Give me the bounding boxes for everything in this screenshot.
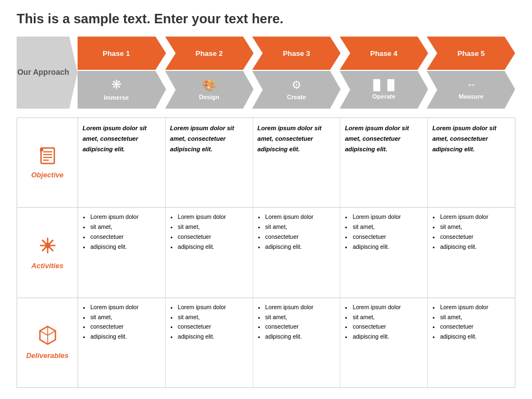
deliverables-icon — [39, 325, 57, 349]
deliverables-label: Deliverables — [26, 351, 69, 360]
objective-row: Objective Lorem ipsum dolor sit amet, co… — [17, 118, 515, 208]
phase-5-block: Phase 5 ↔ Measure — [427, 37, 515, 109]
phase-3-content: Phase 3 ⚙ Create — [252, 37, 341, 109]
objective-label: Objective — [31, 171, 64, 179]
deliverables-cell-2: Lorem ipsum dolor sit amet, consectetuer… — [166, 298, 253, 387]
phase-3-icon: ⚙ — [291, 78, 301, 91]
phase-3-block: Phase 3 ⚙ Create — [252, 37, 341, 109]
deliverables-row: Deliverables Lorem ipsum dolor sit amet,… — [17, 298, 515, 387]
approach-label: Our Approach — [17, 37, 78, 109]
phase-4-block: Phase 4 ▐▌▐▌ Operate — [340, 37, 428, 109]
objective-cell-3: Lorem ipsum dolor sit amet, consectetuer… — [253, 118, 341, 207]
objective-cell-1: Lorem ipsum dolor sit amet, consectetuer… — [78, 118, 166, 207]
approach-text: Our Approach — [17, 37, 78, 109]
phase-2-icon: 🎨 — [202, 78, 216, 91]
objective-cells: Lorem ipsum dolor sit amet, consectetuer… — [78, 118, 515, 207]
deliverables-cell-5: Lorem ipsum dolor sit amet, consectetuer… — [428, 298, 515, 387]
activities-cell-5: Lorem ipsum dolor sit amet, consectetuer… — [428, 208, 515, 297]
deliverables-row-header: Deliverables — [17, 298, 78, 387]
deliverables-cell-1: Lorem ipsum dolor sit amet, consectetuer… — [78, 298, 166, 387]
activities-cell-3: Lorem ipsum dolor sit amet, consectetuer… — [253, 208, 341, 297]
svg-line-24 — [40, 331, 48, 335]
phase-3-icon-area: ⚙ Create — [252, 70, 341, 109]
phase-1-block: Phase 1 ❋ Immerse — [78, 37, 166, 109]
objective-row-header: Objective — [17, 118, 78, 207]
phase-4-content: Phase 4 ▐▌▐▌ Operate — [340, 37, 428, 109]
deliverables-cell-3: Lorem ipsum dolor sit amet, consectetuer… — [253, 298, 341, 387]
phase-1-icon: ❋ — [111, 78, 121, 92]
objective-icon — [39, 147, 57, 168]
phase-3-label-area: Phase 3 — [252, 37, 341, 70]
phase-2-icon-area: 🎨 Design — [165, 70, 254, 109]
phase-diagram: Our Approach Phase 1 ❋ — [17, 37, 515, 109]
phase-4-icon-area: ▐▌▐▌ Operate — [340, 70, 428, 109]
objective-cell-2: Lorem ipsum dolor sit amet, consectetuer… — [166, 118, 253, 207]
activities-cells: Lorem ipsum dolor sit amet, consectetuer… — [78, 208, 515, 297]
phase-1-content: Phase 1 ❋ Immerse — [78, 37, 166, 109]
phase-1-label-area: Phase 1 — [78, 37, 166, 70]
phase-1-icon-area: ❋ Immerse — [78, 70, 166, 109]
svg-line-25 — [48, 331, 55, 335]
phase-2-block: Phase 2 🎨 Design — [165, 37, 254, 109]
objective-cell-5: Lorem ipsum dolor sit amet, consectetuer… — [428, 118, 515, 207]
phase-4-label-area: Phase 4 — [340, 37, 428, 70]
page-title: This is a sample text. Enter your text h… — [17, 11, 515, 27]
activities-row: Activities Lorem ipsum dolor sit amet, c… — [17, 208, 515, 298]
activities-cell-4: Lorem ipsum dolor sit amet, consectetuer… — [340, 208, 428, 297]
page: This is a sample text. Enter your text h… — [0, 0, 532, 399]
phases-row: Phase 1 ❋ Immerse Phase 2 — [78, 37, 515, 109]
activities-cell-2: Lorem ipsum dolor sit amet, consectetuer… — [166, 208, 253, 297]
phase-4-icon: ▐▌▐▌ — [370, 79, 398, 91]
phase-2-content: Phase 2 🎨 Design — [165, 37, 254, 109]
activities-label: Activities — [32, 262, 64, 270]
phase-5-icon-area: ↔ Measure — [427, 70, 515, 109]
activities-cell-1: Lorem ipsum dolor sit amet, consectetuer… — [78, 208, 166, 297]
phase-5-content: Phase 5 ↔ Measure — [427, 37, 515, 109]
phase-5-label-area: Phase 5 — [427, 37, 515, 70]
phase-5-icon: ↔ — [466, 79, 476, 91]
deliverables-cell-4: Lorem ipsum dolor sit amet, consectetuer… — [340, 298, 428, 387]
activities-row-header: Activities — [17, 208, 78, 297]
phase-2-label-area: Phase 2 — [165, 37, 254, 70]
deliverables-cells: Lorem ipsum dolor sit amet, consectetuer… — [78, 298, 515, 387]
data-table: Objective Lorem ipsum dolor sit amet, co… — [17, 117, 515, 388]
objective-cell-4: Lorem ipsum dolor sit amet, consectetuer… — [340, 118, 428, 207]
activities-icon — [38, 236, 58, 259]
svg-rect-16 — [40, 148, 43, 151]
